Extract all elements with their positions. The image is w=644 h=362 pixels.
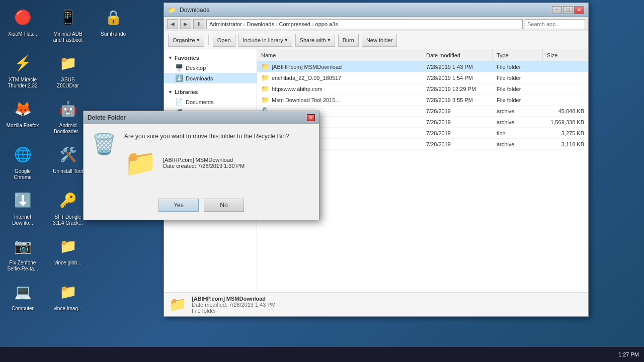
dialog-overlay: Delete Folder ✕ 🗑️ Are you sure you want… <box>0 0 644 362</box>
dialog-folder-info: [ABIHP.com] MSMDownload Date created: 7/… <box>163 157 245 169</box>
recycle-bin-icon: 🗑️ <box>92 132 117 156</box>
dialog-folder-name: [ABIHP.com] MSMDownload <box>163 157 245 163</box>
dialog-date-created: Date created: 7/28/2019 1:30 PM <box>163 163 245 169</box>
dialog-body: 🗑️ Are you sure you want to move this fo… <box>84 124 319 195</box>
yes-button[interactable]: Yes <box>158 199 199 212</box>
dialog-question-text: Are you sure you want to move this folde… <box>124 132 311 141</box>
dialog-titlebar: Delete Folder ✕ <box>84 111 319 124</box>
yes-label: Yes <box>174 202 184 209</box>
no-label: No <box>220 202 227 209</box>
dialog-title: Delete Folder <box>88 114 126 121</box>
dialog-folder-icon: 📁 <box>124 148 157 178</box>
dialog-buttons: Yes No <box>84 195 319 220</box>
dialog-close-button[interactable]: ✕ <box>307 114 315 121</box>
delete-dialog: Delete Folder ✕ 🗑️ Are you sure you want… <box>83 111 319 220</box>
dialog-right-panel: Are you sure you want to move this folde… <box>124 132 311 187</box>
no-button[interactable]: No <box>204 199 244 212</box>
desktop: 🔴 XiaoMiFlas... 📱 Minimal ADB and Fastbo… <box>0 0 644 362</box>
dialog-folder-preview: 📁 [ABIHP.com] MSMDownload Date created: … <box>124 148 311 178</box>
